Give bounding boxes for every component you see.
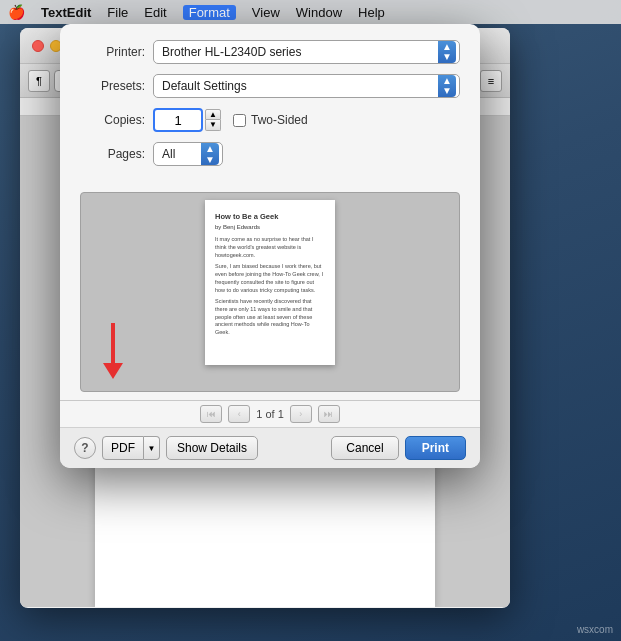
apple-menu[interactable]: 🍎 [8,4,25,20]
desktop: 🍎 TextEdit File Edit Format View Window … [0,0,621,641]
nav-next-btn[interactable]: › [290,405,312,423]
preview-area: How to Be a Geek by Benj Edwards It may … [80,192,460,392]
red-arrow-container [103,323,123,379]
page-indicator: 1 of 1 [256,408,284,420]
preview-author: by Benj Edwards [215,223,325,231]
pdf-dropdown-btn[interactable]: ▼ [144,436,160,460]
align-justify-btn[interactable]: ≡ [480,70,502,92]
nav-prev-btn[interactable]: ‹ [228,405,250,423]
two-sided-wrap: Two-Sided [233,113,308,127]
two-sided-label: Two-Sided [251,113,308,127]
menubar-view[interactable]: View [252,5,280,20]
menubar-help[interactable]: Help [358,5,385,20]
presets-select-arrow: ▲ ▼ [438,75,456,97]
pdf-btn-wrap: PDF ▼ [102,436,160,460]
watermark: wsxcom [577,624,613,635]
preview-p2: Sure, I am biased because I work there, … [215,263,325,294]
copies-label: Copies: [80,113,145,127]
presets-select-wrap: Default Settings ▲ ▼ [153,74,460,98]
copies-stepper: ▲ ▼ [205,109,221,131]
menubar: 🍎 TextEdit File Edit Format View Window … [0,0,621,24]
menubar-window[interactable]: Window [296,5,342,20]
preview-page: How to Be a Geek by Benj Edwards It may … [205,200,335,365]
app-menu[interactable]: TextEdit [41,5,91,20]
printer-select[interactable]: Brother HL-L2340D series [153,40,460,64]
nav-first-btn[interactable]: ⏮ [200,405,222,423]
printer-select-wrap: Brother HL-L2340D series ▲ ▼ [153,40,460,64]
copies-input[interactable] [153,108,203,132]
arrow-head [103,363,123,379]
cancel-button[interactable]: Cancel [331,436,398,460]
copies-increment-btn[interactable]: ▲ [205,109,221,120]
pdf-button[interactable]: PDF [102,436,144,460]
paragraph-btn[interactable]: ¶ [28,70,50,92]
arrow-line [111,323,115,363]
red-arrow [103,323,123,379]
copies-decrement-btn[interactable]: ▼ [205,120,221,131]
presets-label: Presets: [80,79,145,93]
print-dialog: Printer: Brother HL-L2340D series ▲ ▼ Pr… [60,24,480,468]
two-sided-checkbox[interactable] [233,114,246,127]
printer-label: Printer: [80,45,145,59]
show-details-button[interactable]: Show Details [166,436,258,460]
copies-row: Copies: ▲ ▼ Two-Sided [80,108,460,132]
printer-row: Printer: Brother HL-L2340D series ▲ ▼ [80,40,460,64]
print-button[interactable]: Print [405,436,466,460]
print-dialog-content: Printer: Brother HL-L2340D series ▲ ▼ Pr… [60,24,480,186]
menubar-file[interactable]: File [107,5,128,20]
pages-label: Pages: [80,147,145,161]
menubar-edit[interactable]: Edit [144,5,166,20]
preview-p3: Scientists have recently discovered that… [215,298,325,336]
presets-row: Presets: Default Settings ▲ ▼ [80,74,460,98]
close-button[interactable] [32,40,44,52]
nav-last-btn[interactable]: ⏭ [318,405,340,423]
dialog-bottom: ? PDF ▼ Show Details Cancel Print [60,427,480,468]
help-button[interactable]: ? [74,437,96,459]
pages-select-arrow: ▲ ▼ [201,143,219,165]
preview-heading: How to Be a Geek [215,212,325,223]
menubar-format[interactable]: Format [183,5,236,20]
printer-select-arrow: ▲ ▼ [438,41,456,63]
pages-row: Pages: All ▲ ▼ [80,142,460,166]
presets-select[interactable]: Default Settings [153,74,460,98]
pages-select-wrap: All ▲ ▼ [153,142,223,166]
preview-p1: It may come as no surprise to hear that … [215,236,325,259]
preview-nav: ⏮ ‹ 1 of 1 › ⏭ [60,400,480,427]
